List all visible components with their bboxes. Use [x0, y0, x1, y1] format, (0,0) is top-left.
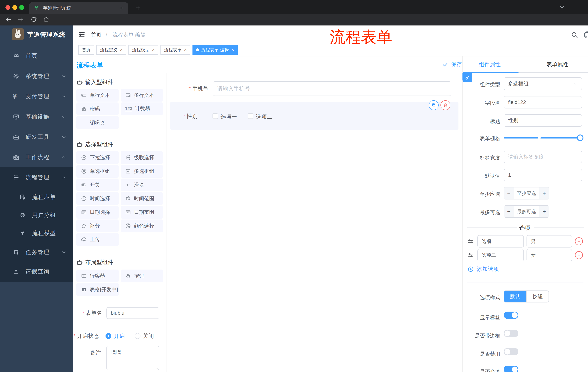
github-icon[interactable]	[583, 31, 588, 39]
remark-textarea[interactable]: 嘿嘿	[106, 346, 159, 370]
palette-item-password[interactable]: 密码	[76, 102, 119, 115]
checkbox-option-1-label[interactable]: 选项一	[220, 113, 237, 121]
new-tab-icon[interactable]	[135, 5, 141, 11]
disabled-switch[interactable]	[504, 348, 518, 355]
plus-button[interactable]: +	[539, 187, 549, 199]
sidebar-item-leave-query[interactable]: 请假查询	[0, 262, 73, 281]
hamburger-icon[interactable]	[78, 31, 85, 39]
breadcrumb[interactable]: 首页	[91, 31, 102, 39]
option-1-value-input[interactable]	[526, 235, 572, 247]
sidebar-item-process-model[interactable]: 流程模型	[0, 223, 73, 243]
tag-process-model[interactable]: 流程模型×	[128, 45, 158, 55]
palette-item-counter[interactable]: 123 计数器	[121, 102, 163, 115]
palette-item-time-range[interactable]: 时间范围	[121, 192, 163, 205]
palette-item-single-text[interactable]: 单行文本	[76, 89, 119, 102]
sidebar-item-devtools[interactable]: 研发工具	[0, 127, 73, 147]
palette-item-table[interactable]: 表格[开发中]	[76, 283, 119, 296]
sidebar-item-user-group[interactable]: 用户分组	[0, 205, 73, 225]
component-type-select[interactable]: 多选框组	[504, 77, 582, 90]
palette-item-row-container[interactable]: 行容器	[76, 270, 119, 282]
title-input[interactable]	[504, 114, 582, 127]
sidebar-item-process-management[interactable]: 流程管理	[0, 168, 73, 187]
tag-process-form-edit[interactable]: 流程表单-编辑×	[192, 45, 238, 55]
sidebar-item-system[interactable]: 系统管理	[0, 66, 73, 86]
max-select-input[interactable]	[514, 209, 539, 214]
forward-icon[interactable]	[18, 16, 24, 23]
grid-slider-track[interactable]	[504, 137, 580, 138]
tag-process-form[interactable]: 流程表单×	[160, 45, 190, 55]
palette-item-editor[interactable]: 编辑器	[76, 116, 119, 129]
palette-item-date-picker[interactable]: 日期选择	[76, 206, 119, 219]
checkbox-option-2-label[interactable]: 选项二	[256, 113, 272, 121]
radio-off-label[interactable]: 关闭	[143, 332, 154, 340]
close-icon[interactable]: ×	[231, 48, 234, 52]
palette-item-radio-group[interactable]: 单选框组	[76, 165, 119, 178]
option-2-value-input[interactable]	[526, 249, 572, 261]
browser-tab[interactable]: 芋道管理系统	[29, 2, 128, 14]
tab-component-props[interactable]: 组件属性	[479, 56, 501, 73]
sidebar-item-workflow[interactable]: 工作流程	[0, 148, 73, 167]
palette-item-switch[interactable]: 开关	[76, 179, 119, 191]
palette-item-button[interactable]: 按钮	[121, 270, 163, 282]
option-1-name-input[interactable]	[477, 235, 524, 247]
grid-slider-handle[interactable]	[577, 135, 583, 141]
close-icon[interactable]: ×	[184, 48, 187, 52]
minus-button[interactable]: −	[504, 206, 514, 217]
radio-on-label[interactable]: 开启	[114, 332, 125, 340]
radio-off[interactable]	[135, 333, 140, 339]
drag-handle-icon[interactable]	[467, 252, 474, 259]
maximize-window-button[interactable]	[19, 5, 24, 10]
plus-button[interactable]: +	[539, 206, 549, 217]
tag-home[interactable]: 首页	[78, 45, 94, 55]
palette-item-rate[interactable]: 评分	[76, 220, 119, 232]
remove-option-button[interactable]	[575, 251, 583, 259]
chevron-down-icon[interactable]	[559, 4, 565, 10]
sidebar-item-payment[interactable]: ¥ 支付管理	[0, 87, 73, 106]
collapse-panel-tab[interactable]	[462, 73, 472, 82]
close-icon[interactable]	[119, 6, 124, 10]
close-icon[interactable]: ×	[120, 48, 123, 52]
option-2-name-input[interactable]	[477, 249, 524, 261]
search-icon[interactable]	[570, 31, 578, 39]
minus-button[interactable]: −	[504, 187, 514, 199]
minimize-window-button[interactable]	[12, 5, 17, 10]
palette-item-cascader[interactable]: 级联选择	[121, 151, 163, 164]
sidebar-item-infra[interactable]: 基础设施	[0, 107, 73, 127]
palette-item-date-range[interactable]: 日期范围	[121, 206, 163, 219]
palette-item-multi-text[interactable]: 多行文本	[121, 89, 163, 102]
palette-item-checkbox-group[interactable]: 多选框组	[121, 165, 163, 178]
style-button-button[interactable]: 按钮	[526, 291, 548, 302]
palette-item-select[interactable]: 下拉选择	[76, 151, 119, 164]
copy-field-button[interactable]	[429, 100, 439, 110]
palette-item-time-picker[interactable]: 时间选择	[76, 192, 119, 205]
tag-process-definition[interactable]: 流程定义×	[96, 45, 126, 55]
min-select-input[interactable]	[514, 190, 539, 196]
sidebar-item-task-management[interactable]: 任务管理	[0, 242, 73, 262]
close-window-button[interactable]	[5, 5, 10, 10]
sidebar-item-home[interactable]: 首页	[0, 46, 73, 66]
reload-icon[interactable]	[30, 16, 37, 23]
palette-item-color-picker[interactable]: 颜色选择	[121, 220, 163, 232]
resize-handle-icon[interactable]	[154, 366, 158, 370]
sidebar-logo[interactable]: 芋道管理系统	[0, 25, 73, 44]
delete-field-button[interactable]	[441, 100, 450, 110]
phone-field-input[interactable]	[213, 81, 451, 96]
border-switch[interactable]	[504, 330, 518, 337]
radio-on[interactable]	[105, 333, 111, 339]
home-icon[interactable]	[43, 16, 50, 23]
label-width-input[interactable]	[504, 151, 582, 163]
required-switch[interactable]	[504, 366, 518, 372]
form-canvas[interactable]: *手机号 *性别 选项一 选项二	[167, 73, 462, 372]
palette-item-upload[interactable]: 上传	[76, 233, 119, 246]
form-name-input[interactable]	[106, 307, 159, 319]
save-button[interactable]: 保存	[442, 61, 462, 68]
style-default-button[interactable]: 默认	[504, 291, 526, 302]
back-icon[interactable]	[5, 16, 12, 23]
default-value-input[interactable]	[504, 169, 582, 181]
close-icon[interactable]: ×	[152, 48, 155, 52]
remove-option-button[interactable]	[575, 237, 583, 245]
drag-handle-icon[interactable]	[467, 238, 474, 245]
field-name-input[interactable]	[504, 96, 582, 108]
show-label-switch[interactable]	[504, 312, 518, 319]
sidebar-item-process-form[interactable]: 流程表单	[0, 187, 73, 207]
